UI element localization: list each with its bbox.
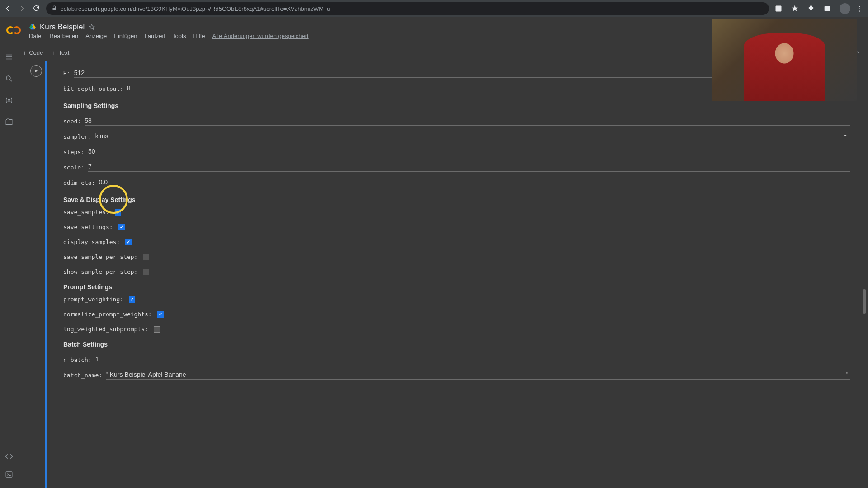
bit-depth-label: bit_depth_output: [63, 85, 127, 92]
code-snippets-icon[interactable] [5, 452, 14, 461]
seed-input[interactable] [85, 117, 850, 124]
display-samples-checkbox[interactable] [125, 239, 132, 245]
save-sample-per-step-label: save_sample_per_step: [63, 253, 141, 260]
save-settings-label: save_settings: [63, 224, 117, 230]
reload-button[interactable] [33, 5, 41, 13]
steps-label: steps: [63, 149, 88, 155]
prompt-weighting-label: prompt_weighting: [63, 296, 127, 303]
chevron-down-icon[interactable] [843, 132, 850, 140]
menu-file[interactable]: Datei [29, 33, 42, 39]
toc-icon[interactable] [5, 52, 14, 61]
close-quote: " [846, 371, 850, 378]
notebook-content: H: bit_depth_output: Sampling Settings s… [18, 61, 868, 488]
star-icon[interactable] [88, 23, 95, 31]
bookmark-icon[interactable] [791, 5, 799, 13]
n-batch-label: n_batch: [63, 357, 95, 363]
open-quote: " [106, 371, 110, 378]
log-weighted-subprompts-label: log_weighted_subprompts: [63, 326, 152, 333]
display-samples-label: display_samples: [63, 239, 123, 245]
url-text: colab.research.google.com/drive/13G9KHyM… [61, 5, 330, 12]
save-settings-checkbox[interactable] [118, 224, 125, 230]
add-text-button[interactable]: +Text [52, 49, 69, 56]
ddim-eta-input[interactable] [99, 178, 850, 186]
log-weighted-subprompts-checkbox[interactable] [154, 326, 160, 333]
ddim-eta-label: ddim_eta: [63, 179, 99, 186]
save-samples-label: save_samples: [63, 209, 113, 216]
show-sample-per-step-checkbox[interactable] [143, 269, 149, 275]
forward-button[interactable] [18, 5, 26, 13]
lock-icon [52, 5, 57, 12]
address-bar[interactable]: colab.research.google.com/drive/13G9KHyM… [46, 2, 769, 15]
sampling-title: Sampling Settings [63, 102, 850, 109]
extensions-icon[interactable] [807, 5, 815, 13]
batch-name-label: batch_name: [63, 372, 106, 379]
scrollbar-thumb[interactable] [863, 289, 866, 314]
sampler-label: sampler: [63, 133, 95, 140]
panel-icon[interactable] [823, 5, 831, 13]
svg-rect-0 [825, 6, 830, 11]
sampler-select[interactable]: klms [95, 132, 843, 140]
seed-label: seed: [63, 118, 85, 125]
normalize-prompt-weights-checkbox[interactable] [157, 311, 164, 318]
scale-input[interactable] [88, 163, 850, 170]
prompt-weighting-checkbox[interactable] [129, 296, 135, 303]
save-samples-checkbox[interactable] [115, 209, 121, 216]
files-icon[interactable] [5, 117, 14, 127]
run-cell-button[interactable] [30, 65, 42, 77]
h-label: H: [63, 70, 74, 77]
profile-avatar[interactable] [840, 3, 850, 14]
svg-rect-2 [6, 472, 12, 477]
menu-insert[interactable]: Einfügen [114, 33, 137, 39]
svg-point-1 [6, 76, 10, 80]
save-sample-per-step-checkbox[interactable] [143, 254, 149, 260]
cell-accent-bar [45, 61, 47, 488]
n-batch-input[interactable] [95, 356, 850, 363]
show-sample-per-step-label: show_sample_per_step: [63, 268, 141, 275]
webcam-overlay [712, 19, 857, 101]
side-rail [0, 44, 18, 488]
batch-settings-title: Batch Settings [63, 341, 850, 348]
menu-bar: Datei Bearbeiten Anzeige Einfügen Laufze… [29, 33, 309, 39]
menu-view[interactable]: Anzeige [85, 33, 107, 39]
add-code-button[interactable]: +Code [23, 49, 43, 56]
browser-toolbar: colab.research.google.com/drive/13G9KHyM… [0, 0, 868, 17]
document-title[interactable]: Kurs Beispiel [40, 23, 85, 32]
save-display-title: Save & Display Settings [63, 196, 850, 203]
back-button[interactable] [4, 5, 12, 13]
normalize-prompt-weights-label: normalize_prompt_weights: [63, 311, 156, 318]
steps-input[interactable] [88, 148, 850, 155]
batch-name-input[interactable] [110, 371, 846, 378]
colab-logo[interactable] [6, 23, 23, 39]
menu-edit[interactable]: Bearbeiten [50, 33, 78, 39]
terminal-icon[interactable] [5, 470, 14, 479]
menu-tools[interactable]: Tools [172, 33, 186, 39]
prompt-settings-title: Prompt Settings [63, 283, 850, 291]
save-status[interactable]: Alle Änderungen wurden gespeichert [212, 33, 308, 39]
drive-icon [29, 23, 36, 31]
browser-menu-icon[interactable] [859, 6, 860, 12]
scale-label: scale: [63, 164, 88, 171]
menu-runtime[interactable]: Laufzeit [145, 33, 165, 39]
translate-icon[interactable] [774, 5, 783, 13]
search-icon[interactable] [5, 74, 14, 83]
variables-icon[interactable] [5, 96, 14, 105]
menu-help[interactable]: Hilfe [193, 33, 205, 39]
